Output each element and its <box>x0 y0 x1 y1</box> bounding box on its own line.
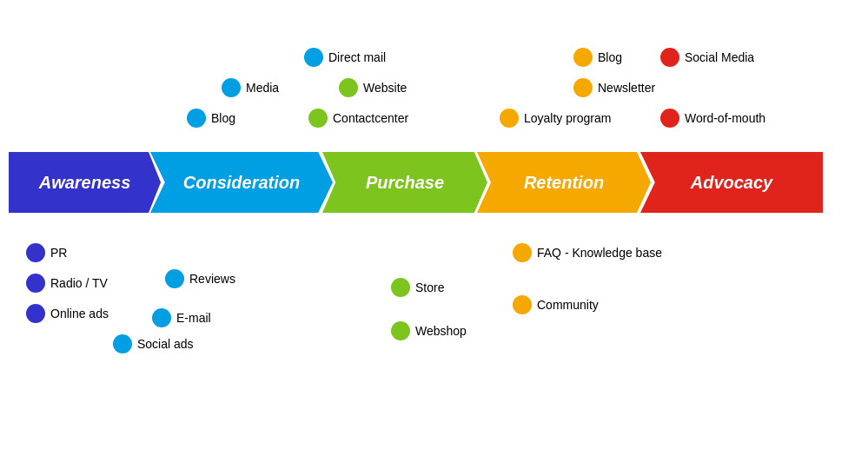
step-retention: Retention <box>477 152 651 213</box>
label-word-of-mouth: Word-of-mouth <box>685 111 765 125</box>
dot-item-store: Store <box>391 278 444 297</box>
step-purchase: Purchase <box>322 152 487 213</box>
label-store: Store <box>415 281 444 294</box>
step-advocacy: Advocacy <box>640 152 823 213</box>
funnel-row: Awareness Consideration Purchase Retenti… <box>9 152 860 213</box>
dot-radio-tv <box>26 274 45 293</box>
dot-item-radio-tv: Radio / TV <box>26 274 108 293</box>
dot-faq-knowledge <box>513 243 532 262</box>
label-website: Website <box>363 81 407 95</box>
label-social-ads: Social ads <box>137 337 194 351</box>
dot-item-online-ads: Online ads <box>26 304 109 323</box>
dot-item-contactcenter: Contactcenter <box>308 109 408 128</box>
dot-website <box>339 78 358 97</box>
dot-item-media: Media <box>222 78 279 97</box>
dot-item-email: E-mail <box>152 308 211 327</box>
dot-social-media <box>660 48 679 67</box>
dot-loyalty-program <box>500 109 519 128</box>
dot-email <box>152 308 171 327</box>
dot-item-social-media: Social Media <box>660 48 754 67</box>
dot-item-social-ads: Social ads <box>113 334 194 353</box>
step-awareness: Awareness <box>9 152 161 213</box>
label-media: Media <box>246 81 279 95</box>
label-loyalty-program: Loyalty program <box>524 111 611 125</box>
dot-community <box>513 295 532 314</box>
dot-item-word-of-mouth: Word-of-mouth <box>660 109 765 128</box>
dot-media <box>222 78 241 97</box>
dot-item-loyalty-program: Loyalty program <box>500 109 611 128</box>
label-webshop: Webshop <box>415 324 467 338</box>
label-social-media: Social Media <box>685 50 754 64</box>
dot-item-newsletter: Newsletter <box>573 78 655 97</box>
label-email: E-mail <box>176 311 211 325</box>
label-direct-mail: Direct mail <box>328 50 386 64</box>
dot-item-direct-mail: Direct mail <box>304 48 386 67</box>
dot-item-reviews: Reviews <box>165 269 235 288</box>
dot-item-pr: PR <box>26 243 67 262</box>
dot-online-ads <box>26 304 45 323</box>
label-pr: PR <box>50 246 67 260</box>
label-blog-top-left: Blog <box>211 111 235 125</box>
dot-social-ads <box>113 334 132 353</box>
dot-blog-top-right <box>573 48 593 67</box>
step-consideration: Consideration <box>150 152 333 213</box>
dot-store <box>391 278 410 297</box>
dot-direct-mail <box>304 48 323 67</box>
dot-item-website: Website <box>339 78 407 97</box>
dot-item-blog-top-left: Blog <box>187 109 235 128</box>
label-radio-tv: Radio / TV <box>50 276 108 290</box>
dot-word-of-mouth <box>660 109 679 128</box>
dot-pr <box>26 243 45 262</box>
label-contactcenter: Contactcenter <box>333 111 408 125</box>
dot-item-faq-knowledge: FAQ - Knowledge base <box>513 243 662 262</box>
label-blog-top-right: Blog <box>598 50 622 64</box>
dot-blog-top-left <box>187 109 206 128</box>
dot-item-webshop: Webshop <box>391 321 467 340</box>
dot-reviews <box>165 269 184 288</box>
label-community: Community <box>537 298 599 312</box>
dot-contactcenter <box>308 109 328 128</box>
label-newsletter: Newsletter <box>598 81 655 95</box>
dot-item-blog-top-right: Blog <box>573 48 622 67</box>
label-faq-knowledge: FAQ - Knowledge base <box>537 246 662 260</box>
dot-item-community: Community <box>513 295 599 314</box>
dot-newsletter <box>573 78 593 97</box>
dot-webshop <box>391 321 410 340</box>
label-online-ads: Online ads <box>50 307 109 320</box>
label-reviews: Reviews <box>189 272 235 286</box>
page-container: Awareness Consideration Purchase Retenti… <box>0 0 868 449</box>
